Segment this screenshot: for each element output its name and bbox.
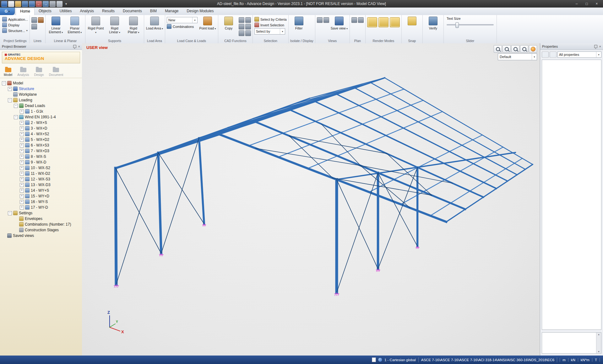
expand-box[interactable]: + xyxy=(20,194,24,198)
expand-box[interactable]: + xyxy=(20,132,24,136)
design-codes-label[interactable]: ASCE 7-16\ASCE 7-16\ASCE 7-16\ACI 318-14… xyxy=(421,358,554,362)
rotate-view-icon[interactable] xyxy=(323,17,329,23)
scrollbar[interactable]: ▲▼ xyxy=(596,333,601,353)
zoom-window-button[interactable] xyxy=(494,45,502,53)
render-mode-3-icon[interactable] xyxy=(390,17,400,27)
camera-icon[interactable] xyxy=(317,17,323,23)
expand-box[interactable]: + xyxy=(20,166,24,170)
expand-box[interactable]: + xyxy=(20,189,24,193)
zoom-extents-button[interactable] xyxy=(503,45,511,53)
mirror-icon[interactable] xyxy=(245,24,251,29)
expand-box[interactable]: + xyxy=(20,126,24,131)
render-mode-2-icon[interactable] xyxy=(378,17,388,27)
close-button[interactable]: × xyxy=(592,0,601,8)
unit-m[interactable]: m xyxy=(560,358,568,362)
maximize-button[interactable]: □ xyxy=(582,0,591,8)
save-view-button[interactable]: Save view ▾ xyxy=(330,16,348,30)
expand-box[interactable]: + xyxy=(20,121,24,125)
compass-icon[interactable] xyxy=(31,24,37,29)
expand-box[interactable]: + xyxy=(20,155,24,159)
tab-bim[interactable]: BIM xyxy=(146,8,161,15)
collapse-box[interactable]: − xyxy=(8,98,12,102)
grid-icon[interactable] xyxy=(31,17,37,23)
tree-item-model[interactable]: −Model xyxy=(1,80,81,86)
new-file-icon[interactable] xyxy=(8,1,14,7)
model-viewport[interactable]: ZXY USER view Default ▾ xyxy=(82,43,541,356)
browser-tab-analysis[interactable]: Analysis xyxy=(17,67,29,77)
display-button[interactable]: Display xyxy=(2,23,28,27)
model-3d-view[interactable]: ZXY xyxy=(82,43,540,356)
close-panel-icon[interactable]: × xyxy=(78,45,80,48)
browser-tab-design[interactable]: Design xyxy=(34,67,44,77)
tree-item-settings[interactable]: −Settings xyxy=(1,210,81,216)
collapse-box[interactable]: − xyxy=(8,211,12,215)
unit-t[interactable]: T xyxy=(592,358,600,362)
properties-grid[interactable] xyxy=(542,60,601,330)
application-button[interactable]: Application... xyxy=(2,17,28,22)
workplane-view-icon[interactable] xyxy=(358,17,364,23)
expand-box[interactable]: + xyxy=(20,200,24,204)
erase-icon[interactable] xyxy=(245,30,251,36)
tree-item-2-wx-s[interactable]: +2 - WX+S xyxy=(1,120,81,126)
properties-filter-combo[interactable]: All properties ▾ xyxy=(557,51,601,58)
pin-icon[interactable] xyxy=(73,45,76,48)
point-load-button[interactable]: Point load ▾ xyxy=(199,16,216,30)
pin-icon[interactable] xyxy=(594,45,597,48)
unit-kn[interactable]: kN xyxy=(568,358,578,362)
collapse-box[interactable]: − xyxy=(14,115,18,119)
text-size-slider-thumb[interactable] xyxy=(455,22,459,28)
tree-item-structure[interactable]: +Structure xyxy=(1,86,81,92)
zoom-scale-button[interactable] xyxy=(511,45,519,53)
tree-item-1-g1k[interactable]: +1 - G1k xyxy=(1,109,81,114)
expand-box[interactable]: + xyxy=(8,87,12,91)
tree-item-11-wx-d2[interactable]: +11 - WX-D2 xyxy=(1,171,81,176)
verify-button[interactable]: Verify xyxy=(424,16,442,30)
expand-box[interactable]: + xyxy=(20,110,24,114)
open-file-icon[interactable] xyxy=(15,1,21,7)
print-preview-icon[interactable] xyxy=(57,1,62,7)
trim-icon[interactable] xyxy=(245,17,251,23)
browser-tab-model[interactable]: Model xyxy=(4,67,12,77)
tab-home[interactable]: Home xyxy=(16,8,35,15)
tab-analysis[interactable]: Analysis xyxy=(76,8,98,15)
unit-kn-m[interactable]: kN*m xyxy=(578,358,592,362)
tab-design-modules[interactable]: Design Modules xyxy=(183,8,218,15)
view-preset-combo[interactable]: Default ▾ xyxy=(498,53,537,60)
tab-utilities[interactable]: Utilities xyxy=(56,8,76,15)
tree-item-saved-views[interactable]: Saved views xyxy=(1,233,81,238)
planar-element-button[interactable]: Planar Element ▾ xyxy=(66,16,84,34)
tab-documents[interactable]: Documents xyxy=(119,8,146,15)
render-mode-1-icon[interactable] xyxy=(367,17,377,27)
tree-item-13-wx-d3[interactable]: +13 - WX-D3 xyxy=(1,182,81,188)
save-template-icon[interactable] xyxy=(550,51,557,58)
tree-item-6-wx-s3[interactable]: +6 - WX+S3 xyxy=(1,142,81,148)
select-by-combo[interactable]: Select by▾ xyxy=(254,28,285,35)
new-combo[interactable]: New▾ xyxy=(167,17,198,23)
tree-item-12-wx-s3[interactable]: +12 - WX-S3 xyxy=(1,176,81,182)
tree-item-9-wx-d[interactable]: +9 - WX-D xyxy=(1,159,81,165)
coordinate-system-label[interactable]: 1 - Cartesian global xyxy=(384,358,416,362)
tree-item-construction-stages[interactable]: Construction Stages xyxy=(1,227,81,233)
tree-item-wind-en-1991-1-4[interactable]: −Wind EN 1991-1-4 xyxy=(1,114,81,120)
tab-results[interactable]: Results xyxy=(98,8,119,15)
tree-item-4-wx-s2[interactable]: +4 - WX+S2 xyxy=(1,131,81,137)
expand-box[interactable]: + xyxy=(20,183,24,187)
rigid-linear-button[interactable]: Rigid Linear ▾ xyxy=(106,16,123,34)
tree-item-dead-loads[interactable]: −Dead Loads xyxy=(1,103,81,109)
tree-item-workplane[interactable]: Workplane xyxy=(1,92,81,97)
redo-icon[interactable]: → xyxy=(43,1,49,7)
minimize-button[interactable]: – xyxy=(572,0,581,8)
tree-item-5-wx-d2[interactable]: +5 - WX+D2 xyxy=(1,137,81,142)
tree-item-loading[interactable]: −Loading xyxy=(1,97,81,103)
draw-icon[interactable] xyxy=(239,17,244,23)
combinations-button[interactable]: Combinations xyxy=(167,24,198,29)
tree-item-3-wx-d[interactable]: +3 - WX+D xyxy=(1,126,81,131)
expand-box[interactable]: + xyxy=(20,143,24,147)
load-area-button[interactable]: Load Area ▾ xyxy=(146,16,163,30)
save-all-icon[interactable] xyxy=(29,1,35,7)
structure-button[interactable]: Structure...▾ xyxy=(2,28,28,33)
print-icon[interactable] xyxy=(50,1,56,7)
select-by-criteria-button[interactable]: Select by Criteria xyxy=(254,17,287,22)
copy-properties-icon[interactable] xyxy=(542,51,549,58)
expand-box[interactable]: + xyxy=(20,160,24,164)
